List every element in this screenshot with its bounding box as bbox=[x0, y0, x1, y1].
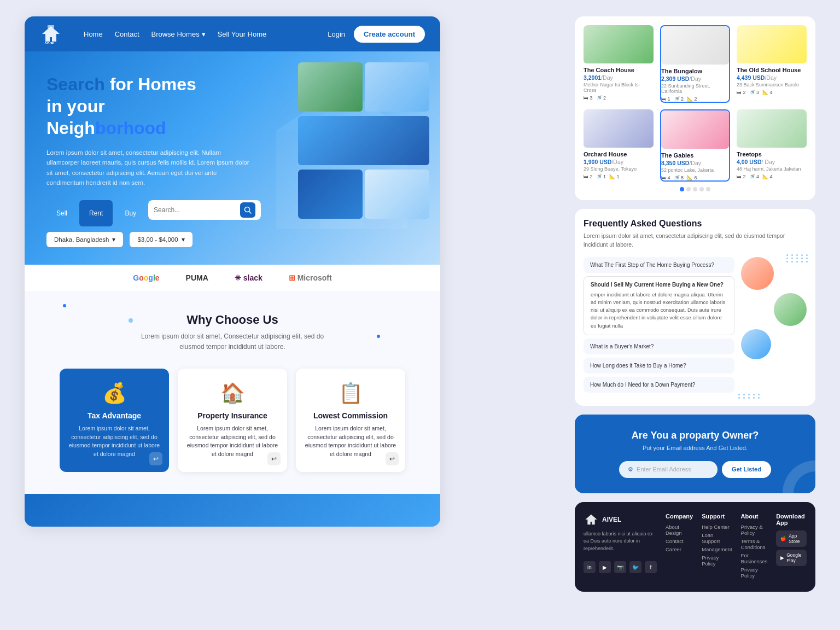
email-icon: ⚙ bbox=[628, 466, 633, 473]
footer-link-businesses[interactable]: For Businesses bbox=[741, 552, 768, 564]
insurance-icon: 🏠 bbox=[186, 382, 278, 405]
listing-card-2[interactable]: The Old School House 4,439 USD/Day 23 Ba… bbox=[737, 25, 807, 103]
app-store-button[interactable]: 🍎 App Store bbox=[776, 530, 807, 547]
dot-1[interactable] bbox=[686, 187, 691, 191]
beds-0: 🛏 3 bbox=[584, 95, 593, 101]
size-5: 📐 4 bbox=[762, 174, 773, 179]
card-commission-arrow[interactable]: ↩ bbox=[386, 452, 399, 465]
social-instagram[interactable]: 📷 bbox=[614, 561, 626, 573]
svg-line-5 bbox=[249, 211, 252, 213]
feature-cards: 💰 Tax Advantage Lorem ipsum dolor sit am… bbox=[41, 369, 424, 472]
nav-actions: Login Create account bbox=[328, 26, 425, 43]
navbar: AIVEL Home Contact Browse Homes ▾ Sell Y… bbox=[25, 16, 440, 51]
get-listed-button[interactable]: Get Listed bbox=[722, 461, 771, 478]
partner-slack[interactable]: ✳ slack bbox=[235, 273, 262, 282]
tab-rent[interactable]: Rent bbox=[79, 200, 113, 226]
cta-description: Put your Email address And Get Listed. bbox=[588, 445, 802, 451]
listing-icons-1: 🛏 1 🚿 2 📐 2 bbox=[661, 96, 729, 102]
listing-card-4[interactable]: The Gables 8,350 USD/Day 52 pontoc Lake,… bbox=[660, 109, 730, 182]
tab-buy[interactable]: Buy bbox=[115, 200, 146, 226]
footer-link-career[interactable]: Career bbox=[666, 546, 693, 552]
social-twitter[interactable]: 🐦 bbox=[629, 561, 641, 573]
dot-4[interactable] bbox=[706, 187, 710, 191]
card-tax-arrow[interactable]: ↩ bbox=[149, 452, 162, 465]
hero-title-neigh: Neigh bbox=[46, 118, 95, 138]
nav-home[interactable]: Home bbox=[84, 30, 103, 38]
footer-link-privacy-support[interactable]: Privacy Policy bbox=[702, 555, 732, 567]
footer-support-col: Support Help Center Loan Support Managem… bbox=[702, 513, 732, 581]
footer-socials: in ▶ 📷 🐦 f bbox=[584, 561, 657, 573]
nav-sell[interactable]: Sell Your Home bbox=[218, 30, 267, 38]
card-commission-title: Lowest Commission bbox=[305, 411, 396, 420]
bottom-preview bbox=[25, 494, 440, 527]
dot-3[interactable] bbox=[699, 187, 704, 191]
cta-wave-decoration bbox=[777, 455, 815, 493]
house-image-2 bbox=[365, 62, 429, 114]
partners-section: Google PUMA ✳ slack ⊞ Microsoft bbox=[25, 265, 440, 291]
footer-link-privacy-about[interactable]: Privacy Policy bbox=[741, 567, 768, 579]
footer-link-contact[interactable]: Contact bbox=[666, 538, 693, 544]
footer-link-help[interactable]: Help Center bbox=[702, 524, 732, 530]
footer-link-management[interactable]: Management bbox=[702, 546, 732, 552]
listing-card-5[interactable]: Treetops 4,00 USD/ Day 48 Haj harm, Jake… bbox=[737, 109, 807, 182]
footer-download-col: Download App 🍎 App Store ▶ Google Play bbox=[776, 513, 807, 581]
listing-addr-5: 48 Haj harm, Jakerta Jaketan bbox=[737, 166, 807, 172]
faq-item-2[interactable]: What is a Buyer's Market? bbox=[584, 339, 734, 354]
hero-title-search: Search bbox=[46, 74, 105, 94]
tab-sell[interactable]: Sell bbox=[46, 200, 77, 226]
login-button[interactable]: Login bbox=[328, 30, 345, 38]
search-input[interactable] bbox=[154, 206, 236, 214]
footer-link-about-design[interactable]: About Design bbox=[666, 524, 693, 536]
search-button[interactable] bbox=[240, 202, 255, 218]
listings-section: The Coach House 3,2001/Day Methor Nagar … bbox=[575, 16, 815, 200]
listing-img-1 bbox=[661, 26, 729, 65]
listing-card-0[interactable]: The Coach House 3,2001/Day Methor Nagar … bbox=[584, 25, 654, 103]
size-4: 📐 6 bbox=[687, 175, 697, 180]
listing-img-0 bbox=[584, 25, 654, 63]
social-facebook[interactable]: f bbox=[645, 561, 657, 573]
beds-4: 🛏 4 bbox=[661, 175, 670, 180]
baths-0: 🚿 2 bbox=[596, 95, 606, 101]
faq-question-1: Should I Sell My Current Home Buying a N… bbox=[591, 282, 727, 288]
faq-item-4[interactable]: How Much do I Need for a Down Payment? bbox=[584, 377, 734, 393]
faq-item-1[interactable]: Should I Sell My Current Home Buying a N… bbox=[584, 276, 734, 335]
footer-link-loan[interactable]: Loan Support bbox=[702, 532, 732, 544]
commission-icon: 📋 bbox=[305, 382, 396, 405]
size-3: 📐 1 bbox=[609, 174, 620, 179]
faq-house-img-1 bbox=[741, 257, 774, 290]
baths-1: 🚿 2 bbox=[674, 96, 684, 102]
footer-link-terms[interactable]: Terms & Conditions bbox=[741, 538, 768, 550]
listing-img-3 bbox=[584, 109, 654, 148]
listing-card-1[interactable]: The Bungalow 2,309 USD/Day 22 Sunbanding… bbox=[660, 25, 730, 103]
size-2: 📐 4 bbox=[762, 90, 773, 95]
location-filter[interactable]: Dhaka, Bangladesh ▾ bbox=[46, 232, 123, 247]
listing-icons-0: 🛏 3 🚿 2 bbox=[584, 95, 654, 101]
cta-email-input[interactable]: ⚙ Enter Email Address bbox=[619, 461, 718, 478]
dot-active[interactable] bbox=[680, 187, 684, 191]
baths-2: 🚿 3 bbox=[749, 90, 760, 95]
footer-link-privacy-policy[interactable]: Privacy & Policy bbox=[741, 524, 768, 536]
create-account-button[interactable]: Create account bbox=[354, 26, 425, 43]
nav-browse[interactable]: Browse Homes ▾ bbox=[151, 30, 206, 38]
house-image-4 bbox=[365, 170, 429, 221]
dot-2[interactable] bbox=[693, 187, 697, 191]
card-insurance-title: Property Insurance bbox=[186, 411, 278, 420]
nav-contact[interactable]: Contact bbox=[115, 30, 139, 38]
faq-item-0[interactable]: What The First Step of The Home Buying P… bbox=[584, 257, 734, 273]
logo[interactable]: AIVEL bbox=[40, 24, 62, 44]
faq-house-img-3 bbox=[741, 329, 771, 359]
social-youtube[interactable]: ▶ bbox=[599, 561, 611, 573]
google-play-button[interactable]: ▶ Google Play bbox=[776, 550, 807, 566]
faq-question-0: What The First Step of The Home Buying P… bbox=[590, 262, 728, 268]
social-linkedin[interactable]: in bbox=[584, 561, 596, 573]
listing-card-3[interactable]: Orchard House 1,900 USD/Day 29 Slong Bua… bbox=[584, 109, 654, 182]
dot-pattern-bottom bbox=[738, 394, 761, 399]
why-description: Lorem ipsum dolor sit amet, Consectetur … bbox=[129, 331, 336, 352]
faq-question-3: How Long does it Take to Buy a Home? bbox=[590, 363, 728, 369]
partner-puma[interactable]: PUMA bbox=[186, 273, 208, 282]
price-filter[interactable]: $3,00 - $4,000 ▾ bbox=[130, 232, 192, 247]
partner-google[interactable]: Google bbox=[133, 273, 159, 282]
card-insurance-arrow[interactable]: ↩ bbox=[267, 452, 281, 465]
faq-item-3[interactable]: How Long does it Take to Buy a Home? bbox=[584, 358, 734, 374]
partner-microsoft[interactable]: ⊞ Microsoft bbox=[289, 273, 332, 282]
